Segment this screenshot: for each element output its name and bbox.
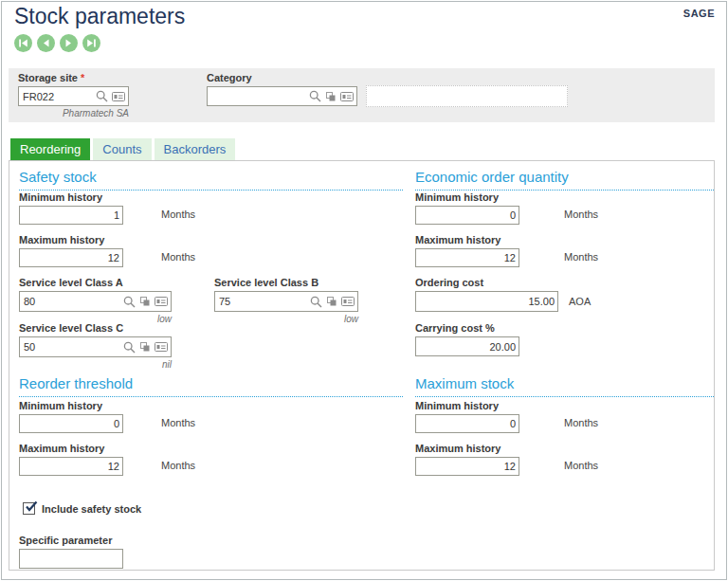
specific-parameter-input[interactable] [24, 554, 119, 565]
safety-min-history-label: Minimum history [19, 191, 102, 203]
reorder-max-history-label: Maximum history [19, 443, 104, 454]
ordering-cost-currency: AOA [569, 296, 591, 307]
maxstock-min-history-unit: Months [564, 417, 598, 428]
last-record-icon[interactable] [82, 34, 100, 52]
storage-site-hint: Pharmatech SA [18, 108, 129, 118]
storage-site-input[interactable] [23, 91, 93, 102]
reorder-max-history-field [19, 457, 123, 476]
service-level-a-field [19, 291, 172, 312]
first-record-icon[interactable] [14, 34, 32, 52]
service-level-b-label: Service level Class B [214, 277, 318, 288]
ordering-cost-label: Ordering cost [415, 277, 483, 288]
reordering-tab-content: Safety stock Minimum history Months Maxi… [9, 160, 715, 571]
stock-parameters-window: Stock parameters SAGE Storage site* Phar… [1, 1, 727, 580]
maxstock-min-history-field [415, 414, 519, 433]
section-title-safety-stock: Safety stock [19, 169, 403, 191]
criteria-panel: Storage site* Pharmatech SA Category [9, 68, 715, 122]
section-title-maximum-stock: Maximum stock [415, 375, 714, 397]
maxstock-max-history-input[interactable] [420, 461, 516, 472]
carrying-cost-label: Carrying cost % [415, 322, 495, 334]
section-title-economic-order-quantity: Economic order quantity [415, 169, 714, 191]
storage-site-label: Storage site* [18, 72, 84, 83]
safety-min-history-input[interactable] [24, 209, 119, 221]
storage-site-field [18, 86, 129, 106]
detail-card-icon[interactable] [112, 91, 125, 102]
page-title: Stock parameters [14, 4, 185, 29]
selection-list-icon[interactable] [139, 296, 151, 307]
detail-card-icon[interactable] [155, 341, 168, 353]
detail-card-icon[interactable] [341, 296, 355, 307]
maxstock-max-history-field [415, 457, 519, 476]
tab-backorders[interactable]: Backorders [155, 138, 236, 160]
safety-min-history-field [19, 206, 123, 225]
ordering-cost-field [415, 291, 558, 312]
reorder-max-history-input[interactable] [24, 461, 119, 472]
service-level-b-hint: low [214, 314, 358, 324]
include-safety-stock-checkbox[interactable]: Include safety stock [23, 500, 141, 515]
service-level-b-input[interactable] [219, 296, 307, 307]
service-level-c-hint: nil [19, 359, 172, 370]
safety-max-history-label: Maximum history [19, 234, 104, 245]
lookup-icon[interactable] [123, 341, 136, 354]
eoq-min-history-label: Minimum history [415, 191, 499, 203]
category-description-input[interactable] [366, 85, 568, 107]
eoq-min-history-input[interactable] [420, 209, 516, 221]
safety-max-history-unit: Months [161, 251, 195, 263]
specific-parameter-field [19, 549, 123, 569]
lookup-icon[interactable] [123, 296, 136, 308]
eoq-max-history-label: Maximum history [415, 234, 500, 245]
safety-min-history-unit: Months [161, 209, 195, 220]
lookup-icon[interactable] [310, 296, 322, 308]
selection-list-icon[interactable] [326, 296, 337, 307]
carrying-cost-field [415, 336, 519, 356]
reorder-min-history-input[interactable] [24, 418, 119, 429]
previous-record-icon[interactable] [37, 34, 55, 52]
tab-bar: Reordering Counts Backorders [10, 138, 235, 160]
maxstock-min-history-label: Minimum history [415, 400, 499, 411]
sage-logo: SAGE [683, 8, 715, 19]
service-level-a-input[interactable] [24, 296, 120, 307]
detail-card-icon[interactable] [340, 91, 354, 102]
reorder-max-history-unit: Months [161, 460, 195, 471]
ordering-cost-input[interactable] [420, 296, 555, 307]
selection-list-icon[interactable] [325, 91, 337, 102]
section-title-reorder-threshold: Reorder threshold [19, 375, 403, 397]
maxstock-max-history-unit: Months [564, 460, 598, 471]
safety-max-history-input[interactable] [24, 252, 119, 263]
reorder-min-history-field [19, 414, 123, 433]
eoq-min-history-unit: Months [564, 209, 598, 220]
tab-counts[interactable]: Counts [93, 138, 151, 160]
selection-list-icon[interactable] [139, 341, 151, 353]
next-record-icon[interactable] [60, 34, 78, 52]
maxstock-max-history-label: Maximum history [415, 443, 500, 454]
detail-card-icon[interactable] [155, 296, 168, 307]
lookup-icon[interactable] [309, 90, 321, 102]
service-level-b-field [214, 291, 358, 312]
eoq-max-history-field [415, 248, 519, 267]
tab-reordering[interactable]: Reordering [10, 138, 90, 160]
category-input[interactable] [211, 91, 306, 102]
required-marker: * [81, 72, 84, 83]
eoq-max-history-input[interactable] [420, 252, 516, 263]
service-level-c-label: Service level Class C [19, 322, 123, 334]
reorder-min-history-label: Minimum history [19, 400, 102, 411]
service-level-c-input[interactable] [24, 341, 120, 353]
specific-parameter-label: Specific parameter [19, 535, 112, 546]
category-label: Category [207, 72, 252, 83]
checkbox-box[interactable] [23, 502, 35, 515]
maxstock-min-history-input[interactable] [420, 418, 516, 429]
service-level-a-label: Service level Class A [19, 277, 123, 288]
service-level-c-field [19, 336, 172, 357]
reorder-min-history-unit: Months [161, 417, 195, 428]
safety-max-history-field [19, 248, 123, 267]
record-navigation [14, 34, 100, 52]
eoq-max-history-unit: Months [564, 251, 598, 263]
eoq-min-history-field [415, 206, 519, 225]
category-field [207, 86, 357, 106]
include-safety-stock-label: Include safety stock [42, 503, 141, 515]
carrying-cost-input[interactable] [420, 341, 516, 353]
lookup-icon[interactable] [96, 90, 108, 102]
